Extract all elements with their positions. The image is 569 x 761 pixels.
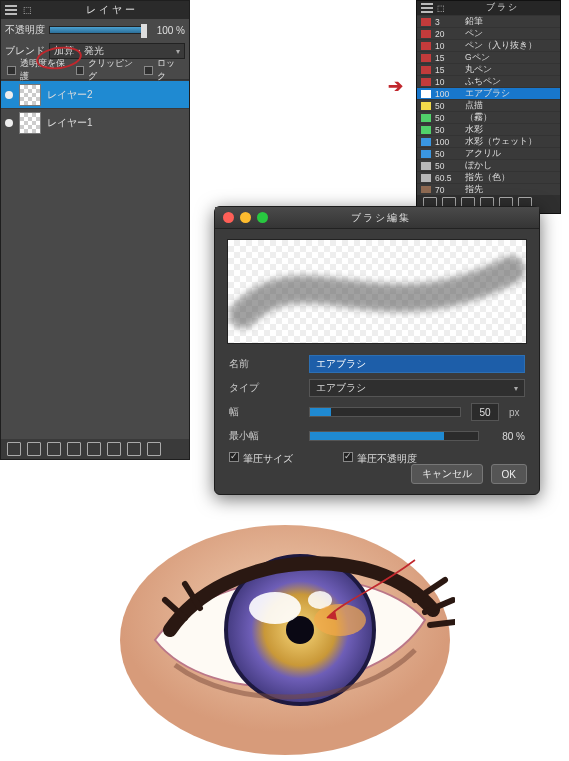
brush-row[interactable]: 100水彩（ウェット） bbox=[417, 135, 560, 147]
trash-icon[interactable] bbox=[147, 442, 161, 456]
minwidth-slider[interactable] bbox=[309, 431, 479, 441]
brush-preview bbox=[227, 239, 527, 344]
brush-name: ペン（入り抜き） bbox=[465, 40, 556, 52]
brush-name: Gペン bbox=[465, 52, 556, 64]
svg-point-6 bbox=[314, 604, 366, 636]
new-layer-icon[interactable] bbox=[7, 442, 21, 456]
blend-label: ブレンド bbox=[5, 44, 45, 58]
dialog-titlebar[interactable]: ブラシ編集 bbox=[215, 207, 539, 229]
layer-panel: ⬚ レイヤー 不透明度 100 % ブレンド 加算・発光 ▾ 透明度を保護 クリ… bbox=[0, 0, 190, 460]
panel-title: レイヤー bbox=[38, 3, 185, 17]
brush-name: 点描 bbox=[465, 100, 556, 112]
brush-list: 3鉛筆20ペン10ペン（入り抜き）15Gペン15丸ペン10ふちペン100エアブラ… bbox=[417, 15, 560, 193]
brush-row[interactable]: 60.5指先（色） bbox=[417, 171, 560, 183]
annotation-arrow: ➔ bbox=[388, 75, 403, 97]
layer-thumbnail bbox=[19, 112, 41, 134]
brush-name: アクリル bbox=[465, 148, 556, 160]
opacity-slider[interactable] bbox=[49, 26, 147, 34]
dialog-form: 名前 タイプ エアブラシ ▾ 幅 50 px 最小幅 80 % 筆圧サイズ 筆圧… bbox=[215, 352, 539, 466]
minimize-icon[interactable] bbox=[240, 212, 251, 223]
brush-row[interactable]: 15丸ペン bbox=[417, 63, 560, 75]
checkbox-icon bbox=[229, 452, 239, 462]
brush-name: （霧） bbox=[465, 112, 556, 124]
brush-row[interactable]: 15Gペン bbox=[417, 51, 560, 63]
name-input[interactable] bbox=[309, 355, 525, 373]
clipping-label: クリッピング bbox=[88, 57, 140, 83]
blend-mode-value: 加算・発光 bbox=[54, 44, 104, 58]
maximize-icon[interactable] bbox=[257, 212, 268, 223]
brush-row[interactable]: 50ぼかし bbox=[417, 159, 560, 171]
cancel-button[interactable]: キャンセル bbox=[411, 464, 483, 484]
brush-color-swatch bbox=[421, 138, 431, 146]
expand-icon[interactable]: ⬚ bbox=[23, 5, 32, 15]
protect-alpha-checkbox[interactable] bbox=[7, 66, 16, 75]
collapse-icon[interactable] bbox=[421, 3, 433, 13]
brush-color-swatch bbox=[421, 102, 431, 110]
brush-row[interactable]: 50（霧） bbox=[417, 111, 560, 123]
layer-row[interactable]: レイヤー1 bbox=[1, 108, 189, 136]
brush-size: 70 bbox=[435, 185, 461, 194]
lock-checkbox[interactable] bbox=[144, 66, 153, 75]
brush-row[interactable]: 10ふちペン bbox=[417, 75, 560, 87]
duplicate-layer-icon[interactable] bbox=[27, 442, 41, 456]
brush-name: 指先（色） bbox=[465, 172, 556, 184]
brush-color-swatch bbox=[421, 66, 431, 74]
width-slider[interactable] bbox=[309, 407, 461, 417]
chevron-down-icon: ▾ bbox=[514, 384, 518, 393]
pressure-size-option[interactable]: 筆圧サイズ bbox=[229, 452, 293, 466]
visibility-icon[interactable] bbox=[5, 119, 13, 127]
panel-title: ブラシ bbox=[449, 2, 556, 14]
brush-name: 鉛筆 bbox=[465, 16, 556, 28]
width-unit: px bbox=[509, 407, 525, 418]
visibility-icon[interactable] bbox=[5, 91, 13, 99]
type-label: タイプ bbox=[229, 381, 299, 395]
layer-options-row: 透明度を保護 クリッピング ロック bbox=[1, 61, 189, 79]
brush-name: 水彩（ウェット） bbox=[465, 136, 556, 148]
brush-row[interactable]: 3鉛筆 bbox=[417, 15, 560, 27]
expand-icon[interactable]: ⬚ bbox=[437, 4, 445, 13]
brush-size: 10 bbox=[435, 77, 461, 87]
brush-color-swatch bbox=[421, 54, 431, 62]
brush-name: ぼかし bbox=[465, 160, 556, 172]
brush-name: エアブラシ bbox=[465, 88, 556, 100]
pressure-opacity-option[interactable]: 筆圧不透明度 bbox=[343, 452, 417, 466]
brush-row[interactable]: 50アクリル bbox=[417, 147, 560, 159]
brush-size: 10 bbox=[435, 41, 461, 51]
close-icon[interactable] bbox=[223, 212, 234, 223]
brush-size: 100 bbox=[435, 137, 461, 147]
minwidth-label: 最小幅 bbox=[229, 429, 299, 443]
brush-row[interactable]: 50点描 bbox=[417, 99, 560, 111]
gear-icon[interactable] bbox=[127, 442, 141, 456]
brush-row[interactable]: 50水彩 bbox=[417, 123, 560, 135]
panel-header: ⬚ ブラシ bbox=[417, 1, 560, 15]
brush-row[interactable]: 10ペン（入り抜き） bbox=[417, 39, 560, 51]
brush-size: 3 bbox=[435, 17, 461, 27]
brush-size: 20 bbox=[435, 29, 461, 39]
layer-options-icon[interactable] bbox=[47, 442, 61, 456]
layer-panel-footer bbox=[1, 439, 189, 459]
brush-size: 15 bbox=[435, 53, 461, 63]
layer-row[interactable]: レイヤー2 bbox=[1, 80, 189, 108]
opacity-row: 不透明度 100 % bbox=[1, 19, 189, 41]
clipping-checkbox[interactable] bbox=[76, 66, 85, 75]
brush-color-swatch bbox=[421, 42, 431, 50]
brush-color-swatch bbox=[421, 174, 431, 182]
width-value[interactable]: 50 bbox=[471, 403, 499, 421]
layer-list: レイヤー2 レイヤー1 bbox=[1, 79, 189, 136]
brush-row[interactable]: 100エアブラシ bbox=[417, 87, 560, 99]
checkbox-icon bbox=[343, 452, 353, 462]
brush-row[interactable]: 20ペン bbox=[417, 27, 560, 39]
opacity-value: 100 % bbox=[151, 25, 185, 36]
brush-color-swatch bbox=[421, 78, 431, 86]
type-select[interactable]: エアブラシ ▾ bbox=[309, 379, 525, 397]
ok-button[interactable]: OK bbox=[491, 464, 527, 484]
merge-icon[interactable] bbox=[107, 442, 121, 456]
brush-row[interactable]: 70指先 bbox=[417, 183, 560, 193]
svg-point-4 bbox=[249, 592, 301, 624]
brush-size: 100 bbox=[435, 89, 461, 99]
brush-size: 50 bbox=[435, 125, 461, 135]
mask-icon[interactable] bbox=[67, 442, 81, 456]
layer-thumbnail bbox=[19, 84, 41, 106]
folder-icon[interactable] bbox=[87, 442, 101, 456]
collapse-icon[interactable] bbox=[5, 5, 17, 15]
